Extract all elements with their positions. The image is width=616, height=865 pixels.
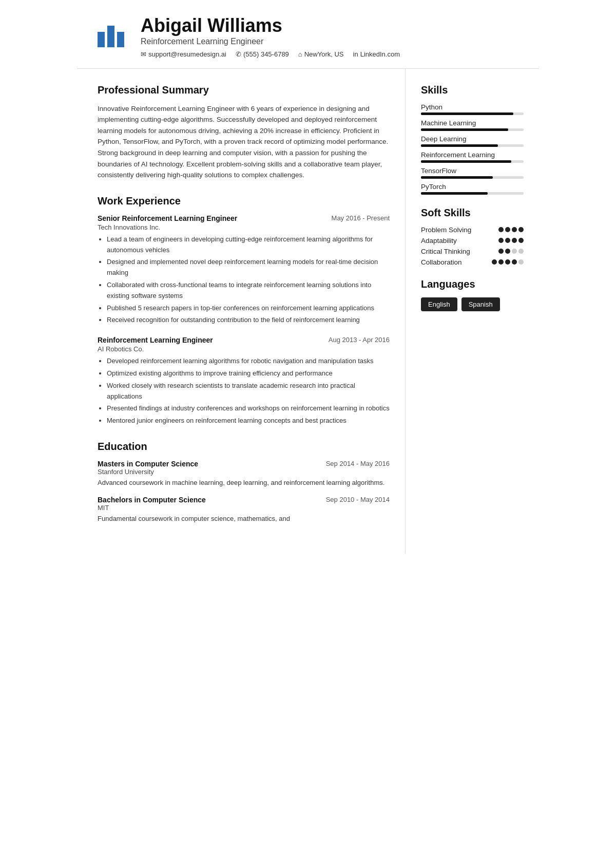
main-layout: Professional Summary Innovative Reinforc… bbox=[77, 69, 539, 554]
job-bullets-2: Developed reinforcement learning algorit… bbox=[98, 356, 390, 426]
dot bbox=[498, 259, 504, 265]
soft-skill-name: Critical Thinking bbox=[421, 248, 470, 255]
dots bbox=[498, 238, 524, 243]
dot bbox=[505, 259, 510, 265]
dots bbox=[498, 227, 524, 232]
edu-degree-1: Masters in Computer Science bbox=[98, 460, 198, 468]
linkedin-contact: in LinkedIn.com bbox=[353, 50, 400, 58]
soft-skill-item: Critical Thinking bbox=[421, 248, 524, 255]
bullet: Collaborated with cross-functional teams… bbox=[107, 280, 390, 302]
job-header-2: Reinforcement Learning Engineer Aug 2013… bbox=[98, 336, 390, 344]
edu-dates-2: Sep 2010 - May 2014 bbox=[326, 496, 390, 503]
skills-section: Skills Python Machine Learning Deep Lear… bbox=[421, 84, 524, 195]
soft-skill-item: Collaboration bbox=[421, 258, 524, 266]
education-section: Education Masters in Computer Science Se… bbox=[98, 441, 390, 524]
dot bbox=[512, 238, 517, 243]
dots bbox=[498, 249, 524, 254]
soft-skills-title: Soft Skills bbox=[421, 207, 524, 219]
skill-bar-bg bbox=[421, 160, 524, 163]
phone-contact: ✆ (555) 345-6789 bbox=[236, 50, 289, 58]
edu-desc-2: Fundamental coursework in computer scien… bbox=[98, 514, 390, 524]
edu-dates-1: Sep 2014 - May 2016 bbox=[326, 460, 390, 467]
job-company-2: AI Robotics Co. bbox=[98, 345, 390, 353]
skill-bar-bg bbox=[421, 128, 524, 131]
dot bbox=[518, 238, 524, 243]
linkedin-value: LinkedIn.com bbox=[360, 50, 400, 58]
skill-bar-fill bbox=[421, 160, 511, 163]
skill-name: Machine Learning bbox=[421, 119, 524, 127]
dot bbox=[512, 227, 517, 232]
bullet: Optimized existing algorithms to improve… bbox=[107, 368, 390, 379]
skills-list: Python Machine Learning Deep Learning Re… bbox=[421, 103, 524, 195]
dot bbox=[492, 259, 497, 265]
logo-bar-3 bbox=[117, 32, 124, 47]
candidate-name: Abigail Williams bbox=[141, 15, 400, 36]
skill-item: Reinforcement Learning bbox=[421, 151, 524, 163]
location-value: NewYork, US bbox=[304, 50, 344, 58]
skill-bar-bg bbox=[421, 192, 524, 195]
skill-bar-fill bbox=[421, 112, 513, 115]
email-contact: ✉ support@resumedesign.ai bbox=[141, 50, 226, 58]
phone-icon: ✆ bbox=[236, 50, 241, 58]
dots bbox=[492, 259, 524, 265]
edu-school-2: MIT bbox=[98, 504, 390, 512]
soft-skill-name: Adaptability bbox=[421, 237, 457, 245]
soft-skill-name: Problem Solving bbox=[421, 226, 471, 234]
job-dates-1: May 2016 - Present bbox=[332, 214, 390, 222]
work-experience-title: Work Experience bbox=[98, 195, 390, 207]
edu-item-2: Bachelors in Computer Science Sep 2010 -… bbox=[98, 496, 390, 524]
soft-skill-item: Adaptability bbox=[421, 237, 524, 245]
skill-bar-bg bbox=[421, 144, 524, 147]
dot bbox=[505, 227, 510, 232]
bullet: Lead a team of engineers in developing c… bbox=[107, 234, 390, 256]
skill-bar-fill bbox=[421, 176, 493, 179]
edu-header-1: Masters in Computer Science Sep 2014 - M… bbox=[98, 460, 390, 468]
skill-bar-bg bbox=[421, 176, 524, 179]
skill-bar-bg bbox=[421, 112, 524, 115]
job-title-1: Senior Reinforcement Learning Engineer bbox=[98, 214, 237, 222]
bullet: Received recognition for outstanding con… bbox=[107, 315, 390, 326]
job-header-1: Senior Reinforcement Learning Engineer M… bbox=[98, 214, 390, 222]
edu-desc-1: Advanced coursework in machine learning,… bbox=[98, 478, 390, 488]
header: Abigail Williams Reinforcement Learning … bbox=[77, 0, 539, 69]
bullet: Worked closely with research scientists … bbox=[107, 381, 390, 402]
left-column: Professional Summary Innovative Reinforc… bbox=[77, 69, 406, 554]
skill-item: Machine Learning bbox=[421, 119, 524, 131]
summary-text: Innovative Reinforcement Learning Engine… bbox=[98, 103, 390, 181]
work-experience-section: Work Experience Senior Reinforcement Lea… bbox=[98, 195, 390, 426]
dot bbox=[512, 259, 517, 265]
contact-row: ✉ support@resumedesign.ai ✆ (555) 345-67… bbox=[141, 50, 400, 58]
dot bbox=[512, 249, 517, 254]
dot bbox=[518, 259, 524, 265]
skills-title: Skills bbox=[421, 84, 524, 96]
soft-skills-list: Problem SolvingAdaptabilityCritical Thin… bbox=[421, 226, 524, 266]
skill-name: PyTorch bbox=[421, 183, 524, 191]
languages-section: Languages EnglishSpanish bbox=[421, 278, 524, 311]
dot bbox=[498, 238, 504, 243]
language-tag: English bbox=[421, 297, 457, 311]
job-company-1: Tech Innovations Inc. bbox=[98, 223, 390, 231]
languages-title: Languages bbox=[421, 278, 524, 290]
skill-bar-fill bbox=[421, 128, 508, 131]
skill-bar-fill bbox=[421, 192, 488, 195]
logo bbox=[98, 26, 128, 47]
edu-degree-2: Bachelors in Computer Science bbox=[98, 496, 206, 504]
logo-bar-2 bbox=[107, 26, 114, 47]
bullet: Designed and implemented novel deep rein… bbox=[107, 257, 390, 278]
bullet: Published 5 research papers in top-tier … bbox=[107, 303, 390, 314]
education-title: Education bbox=[98, 441, 390, 453]
skill-item: TensorFlow bbox=[421, 167, 524, 179]
skill-bar-fill bbox=[421, 144, 498, 147]
location-contact: ⌂ NewYork, US bbox=[298, 50, 344, 58]
bullet: Presented findings at industry conferenc… bbox=[107, 403, 390, 414]
candidate-title: Reinforcement Learning Engineer bbox=[141, 37, 400, 46]
edu-school-1: Stanford University bbox=[98, 468, 390, 476]
job-bullets-1: Lead a team of engineers in developing c… bbox=[98, 234, 390, 326]
skill-item: Deep Learning bbox=[421, 135, 524, 147]
skill-name: Deep Learning bbox=[421, 135, 524, 143]
job-title-2: Reinforcement Learning Engineer bbox=[98, 336, 213, 344]
phone-value: (555) 345-6789 bbox=[243, 50, 289, 58]
dot bbox=[498, 227, 504, 232]
location-icon: ⌂ bbox=[298, 50, 302, 58]
dot bbox=[505, 249, 510, 254]
